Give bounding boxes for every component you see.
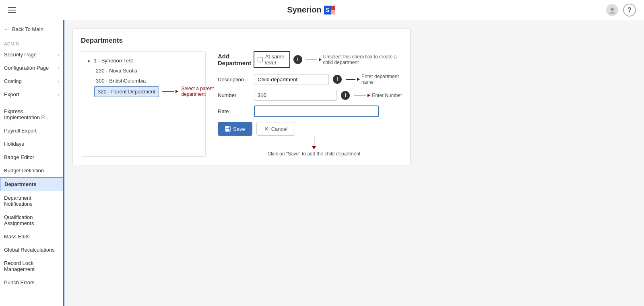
hamburger-menu[interactable] xyxy=(8,7,16,13)
save-button[interactable]: Save xyxy=(218,122,252,136)
tree-item-1[interactable]: ► 1 - Synerion Test xyxy=(85,56,201,66)
sidebar-item-badge-editor[interactable]: Badge Editor xyxy=(0,151,63,164)
sidebar-item-export[interactable]: Export › xyxy=(0,88,63,101)
num-annotation-line xyxy=(354,95,366,95)
svg-rect-7 xyxy=(226,126,229,128)
sidebar-item-security-page[interactable]: Security Page › xyxy=(0,48,63,61)
sidebar-label-configuration: Configuration Page xyxy=(4,65,49,71)
back-label: Back To Main xyxy=(12,26,43,32)
sidebar-label-departments: Departments xyxy=(4,181,36,187)
sidebar-item-holidays[interactable]: Holidays xyxy=(0,137,63,151)
num-annotation-arrowhead-icon xyxy=(367,94,370,97)
description-annotation: Enter department name xyxy=(346,74,402,85)
expand-icon: ► xyxy=(87,58,91,63)
tree-label-300: 300 - BritishColumbia xyxy=(96,78,146,84)
sidebar-label-export: Export xyxy=(4,91,19,97)
svg-point-4 xyxy=(611,8,614,11)
vertical-arrow xyxy=(312,136,316,149)
desc-annotation-line xyxy=(346,79,355,80)
svg-text:S: S xyxy=(326,7,329,13)
sidebar-item-punch-errors[interactable]: Punch Errors xyxy=(0,276,63,289)
at-same-level-checkbox[interactable] xyxy=(258,57,263,62)
cancel-x-icon: ✕ xyxy=(264,126,269,132)
main-content: Departments ► 1 - Synerion Test 230 - No… xyxy=(64,20,644,306)
sidebar-item-express-implementation[interactable]: Express Implementation P... xyxy=(0,105,63,124)
form-area: Add Department At same level i xyxy=(218,51,402,157)
cancel-button[interactable]: ✕ Cancel xyxy=(256,122,295,136)
sidebar-item-configuration-page[interactable]: Configuration Page › xyxy=(0,61,63,74)
admin-section-label: ADMIN xyxy=(0,38,63,48)
desc-annotation-arrowhead-icon xyxy=(357,78,360,81)
checkbox-hint-text: Unselect this checkbox to create a child… xyxy=(323,54,402,65)
sidebar-item-costing[interactable]: Costing › xyxy=(0,74,63,88)
number-label: Number xyxy=(218,92,250,98)
sidebar-label-costing: Costing xyxy=(4,78,22,84)
app-logo: Synerion S xyxy=(287,5,335,14)
v-line xyxy=(314,136,314,146)
sidebar-item-payroll-export[interactable]: Payroll Export xyxy=(0,124,63,137)
svg-point-5 xyxy=(609,12,615,14)
tree-item-230[interactable]: 230 - Nova Scotia xyxy=(94,66,201,76)
v-arrowhead-icon xyxy=(312,146,316,149)
save-annotation: Click on "Save" to add the child departm… xyxy=(226,136,402,157)
arrow-head-icon xyxy=(175,90,178,93)
number-hint-text: Enter Number xyxy=(372,93,402,98)
card-title: Departments xyxy=(81,37,402,45)
number-info-button[interactable]: i xyxy=(341,91,350,100)
help-button[interactable] xyxy=(623,4,636,17)
form-actions: Save ✕ Cancel xyxy=(218,122,402,136)
logo-icon: S xyxy=(324,6,335,14)
tree-item-320[interactable]: 320 - Parent Department xyxy=(94,86,159,97)
svg-marker-2 xyxy=(331,10,335,14)
description-field: Description i Enter department name xyxy=(218,74,402,85)
back-to-main-button[interactable]: ← Back To Main xyxy=(0,20,63,38)
at-same-level-checkbox-container[interactable]: At same level xyxy=(254,51,290,68)
same-level-section: At same level i Unselect this checkbox t… xyxy=(254,51,402,68)
sidebar-item-qualification-assignments[interactable]: Qualification Assignments xyxy=(0,211,63,230)
back-arrow-icon: ← xyxy=(4,26,10,32)
tree-label-1: 1 - Synerion Test xyxy=(94,58,133,64)
description-label: Description xyxy=(218,76,250,83)
save-icon xyxy=(225,126,231,132)
chevron-right-icon: › xyxy=(58,66,59,70)
rate-field: Rate xyxy=(218,105,402,117)
tree-item-300[interactable]: 300 - BritishColumbia xyxy=(94,76,201,86)
rate-input[interactable] xyxy=(254,105,379,117)
sidebar: ← Back To Main ADMIN Security Page › Con… xyxy=(0,20,64,306)
chevron-right-icon: › xyxy=(58,92,59,97)
top-header: Synerion S xyxy=(0,0,644,20)
user-avatar xyxy=(606,4,618,16)
description-input[interactable] xyxy=(254,74,329,85)
sidebar-item-budget-definition[interactable]: Budget Definition xyxy=(0,164,63,177)
number-annotation: Enter Number xyxy=(354,93,402,98)
at-same-level-info-button[interactable]: i xyxy=(293,55,302,64)
tree-label-230: 230 - Nova Scotia xyxy=(96,68,137,74)
departments-card: Departments ► 1 - Synerion Test 230 - No… xyxy=(72,28,411,165)
tree-label-320: 320 - Parent Department xyxy=(98,89,155,95)
arrow-line xyxy=(162,91,173,92)
tree-children: 230 - Nova Scotia 300 - BritishColumbia … xyxy=(85,66,201,97)
at-same-level-label: At same level xyxy=(265,54,286,66)
form-title: Add Department xyxy=(218,53,254,66)
save-label: Save xyxy=(233,126,245,132)
form-header: Add Department At same level i xyxy=(218,51,402,68)
card-body: ► 1 - Synerion Test 230 - Nova Scotia 30… xyxy=(81,51,402,157)
number-input[interactable] xyxy=(254,90,337,101)
sidebar-item-departments[interactable]: Departments xyxy=(0,177,63,191)
main-layout: ← Back To Main ADMIN Security Page › Con… xyxy=(0,20,644,306)
save-instruction-text: Click on "Save" to add the child departm… xyxy=(268,151,361,157)
sidebar-item-mass-edits[interactable]: Mass Edits xyxy=(0,230,63,243)
annotation-line xyxy=(305,60,317,60)
rate-label: Rate xyxy=(218,108,250,114)
sidebar-item-global-recalculations[interactable]: Global Recalculations xyxy=(0,243,63,256)
sidebar-item-record-lock-management[interactable]: Record Lock Management xyxy=(0,256,63,276)
chevron-right-icon: › xyxy=(58,52,59,57)
number-field: Number i Enter Number xyxy=(218,90,402,101)
sidebar-item-department-notifications[interactable]: Department Notifications xyxy=(0,191,63,211)
logo-text: Synerion xyxy=(287,5,322,14)
svg-rect-8 xyxy=(226,129,229,131)
annotation-arrowhead-icon xyxy=(319,58,322,61)
description-info-button[interactable]: i xyxy=(333,75,342,84)
cancel-label: Cancel xyxy=(271,126,287,132)
chevron-right-icon: › xyxy=(58,79,59,84)
